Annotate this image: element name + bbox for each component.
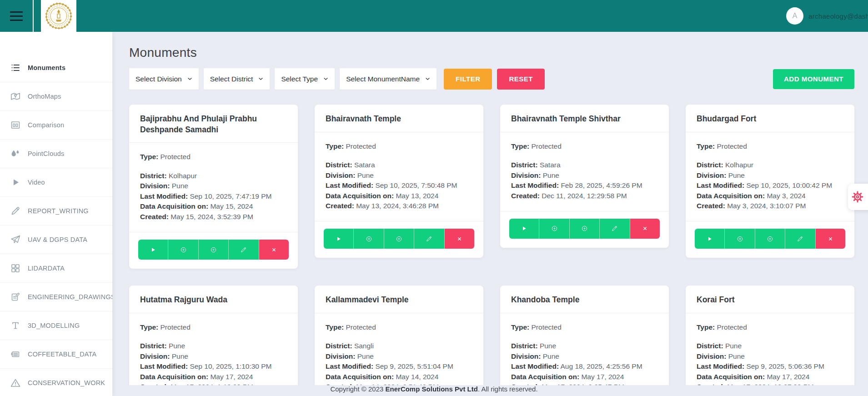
play-button[interactable] [509, 219, 539, 239]
sidebar-item-label: Video [28, 179, 45, 186]
pencil-icon [797, 236, 803, 242]
monument-card: Hutatma Rajguru Wada Type: Protected Dis… [129, 286, 298, 385]
monument-card: Bhairavnath Temple Shivthar Type: Protec… [500, 105, 669, 248]
main-content: Monuments Select Division Select Distric… [112, 32, 868, 385]
edit-button[interactable] [785, 229, 815, 249]
monument-card-title: Korai Fort [697, 295, 843, 306]
district-line: District: Pune [140, 341, 287, 351]
plus-circle-icon [767, 236, 773, 242]
edit-button[interactable] [600, 219, 630, 239]
monument-card: Bhairavnath Temple Type: Protected Distr… [315, 105, 483, 258]
cards-grid: Bajiprabhu And Phulaji Prabhu Deshpande … [129, 105, 854, 385]
filter-button[interactable]: FILTER [444, 69, 492, 90]
last-modified-line: Last Modified: Sep 9, 2025, 5:51:04 PM [326, 361, 472, 371]
page-title: Monuments [129, 45, 854, 60]
monument-card: Khandoba Temple Type: Protected District… [500, 286, 669, 385]
chevron-down-icon [424, 75, 431, 82]
play-button[interactable] [695, 229, 725, 249]
monument-card-title: Bajiprabhu And Phulaji Prabhu Deshpande … [140, 114, 287, 135]
play-button[interactable] [138, 240, 168, 260]
top-header: A archaeology@dash [0, 0, 868, 32]
monument-card: Bajiprabhu And Phulaji Prabhu Deshpande … [129, 105, 298, 269]
district-line: District: Satara [511, 160, 658, 170]
delete-button[interactable] [259, 240, 289, 260]
division-select-value: Select Division [135, 75, 182, 83]
monument-card-title: Hutatma Rajguru Wada [140, 295, 287, 306]
sidebar-item-video[interactable]: Video [0, 168, 112, 197]
sidebar-item-monuments[interactable]: Monuments [0, 54, 112, 82]
created-line: Created: May 3, 2024, 3:10:07 PM [697, 201, 843, 211]
settings-panel-toggle[interactable] [848, 184, 868, 210]
add-button-2[interactable] [199, 240, 229, 260]
type-line: Type: Protected [511, 141, 658, 151]
columns-icon [10, 120, 21, 130]
x-icon [271, 246, 277, 253]
printer-icon [10, 349, 21, 360]
data-acquisition-line: Data Acquisition on: May 17, 2024 [140, 372, 287, 382]
sidebar-item-pointclouds[interactable]: PointClouds [0, 140, 112, 168]
division-line: Division: Pune [697, 170, 843, 180]
delete-button[interactable] [630, 219, 660, 239]
last-modified-line: Last Modified: Sep 10, 2025, 7:50:48 PM [326, 180, 472, 190]
type-line: Type: Protected [697, 141, 843, 151]
monument-card: Korai Fort Type: Protected District: Pun… [686, 286, 854, 385]
paper-plane-icon [10, 234, 21, 245]
text-icon [10, 320, 21, 331]
district-line: District: Kolhapur [697, 160, 843, 170]
add-button-2[interactable] [570, 219, 600, 239]
sidebar-item-3d-modelling[interactable]: 3D_MODELLING [0, 311, 112, 340]
last-modified-line: Last Modified: Sep 9, 2025, 5:06:36 PM [697, 361, 843, 371]
plus-circle-icon [396, 236, 402, 242]
delete-button[interactable] [445, 229, 474, 249]
created-line: Created: May 17, 2024, 12:27:09 PM [697, 382, 843, 385]
sidebar-item-report-writing[interactable]: REPORT_WRITING [0, 197, 112, 226]
type-line: Type: Protected [511, 322, 658, 332]
user-menu[interactable]: A archaeology@dash [786, 0, 868, 32]
sidebar-item-lidardata[interactable]: LIDARDATA [0, 254, 112, 283]
sidebar-item-uav-dgps-data[interactable]: UAV & DGPS DATA [0, 226, 112, 254]
add-button[interactable] [725, 229, 755, 249]
district-select[interactable]: Select District [204, 68, 270, 90]
last-modified-line: Last Modified: Sep 10, 2025, 10:00:42 PM [697, 180, 843, 190]
sidebar-item-orthomaps[interactable]: OrthoMaps [0, 82, 112, 111]
header-divider [33, 0, 34, 32]
edit-note-icon [10, 291, 21, 302]
avatar: A [786, 7, 803, 25]
monument-name-select[interactable]: Select MonumentName [340, 68, 437, 90]
sidebar-item-comparison[interactable]: Comparison [0, 111, 112, 140]
hamburger-menu-icon[interactable] [0, 0, 26, 32]
add-button-2[interactable] [755, 229, 785, 249]
play-icon [150, 246, 156, 253]
data-acquisition-line: Data Acquisition on: May 15, 2024 [140, 201, 287, 211]
add-button[interactable] [168, 240, 198, 260]
sidebar-item-coffeetable-data[interactable]: COFFEETABLE_DATA [0, 340, 112, 369]
pencil-icon [426, 236, 432, 242]
play-icon [10, 177, 21, 188]
monument-card-title: Khandoba Temple [511, 295, 658, 306]
type-line: Type: Protected [326, 141, 472, 151]
map-pin-icon [10, 91, 21, 102]
sidebar-item-label: 3D_MODELLING [28, 322, 80, 329]
play-button[interactable] [324, 229, 354, 249]
plus-circle-icon [581, 225, 588, 232]
sidebar-item-engineering-drawings[interactable]: ENGINEERING_DRAWINGS [0, 283, 112, 311]
division-line: Division: Pune [326, 351, 472, 361]
edit-button[interactable] [414, 229, 444, 249]
add-button-2[interactable] [384, 229, 414, 249]
sidebar-item-label: PointClouds [28, 150, 64, 157]
edit-button[interactable] [229, 240, 259, 260]
division-line: Division: Pune [140, 181, 287, 191]
division-select[interactable]: Select Division [129, 68, 199, 90]
pencil-icon [240, 246, 247, 253]
add-monument-button[interactable]: ADD MONUMENT [773, 69, 854, 89]
card-action-group [695, 229, 845, 249]
type-select[interactable]: Select Type [275, 68, 335, 90]
reset-button[interactable]: RESET [497, 69, 545, 90]
add-button[interactable] [539, 219, 569, 239]
add-button[interactable] [354, 229, 384, 249]
play-icon [706, 236, 713, 242]
drops-icon [10, 148, 21, 159]
plus-circle-icon [210, 246, 217, 253]
delete-button[interactable] [816, 229, 845, 249]
data-acquisition-line: Data Acquisition on: May 17, 2024 [511, 372, 658, 382]
